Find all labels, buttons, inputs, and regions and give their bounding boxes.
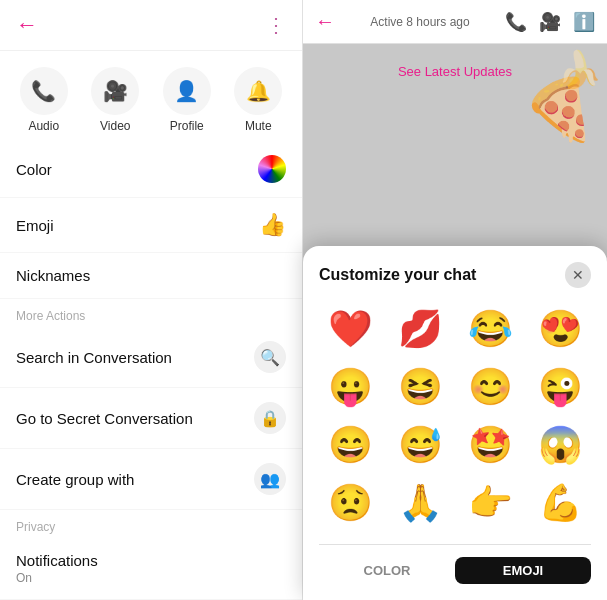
- notifications-item[interactable]: Notifications On: [0, 538, 302, 600]
- notifications-subtitle: On: [16, 571, 98, 585]
- emoji-muscle[interactable]: 💪: [529, 478, 591, 528]
- emoji-shocked[interactable]: 😱: [529, 420, 591, 470]
- search-conversation-title: Search in Conversation: [16, 349, 172, 366]
- profile-label: Profile: [170, 119, 204, 133]
- color-menu-item[interactable]: Color: [0, 141, 302, 198]
- emoji-heart[interactable]: ❤️: [319, 304, 381, 354]
- secret-conversation-title: Go to Secret Conversation: [16, 410, 193, 427]
- emoji-heart-eyes[interactable]: 😍: [529, 304, 591, 354]
- color-wheel-icon: [258, 155, 286, 183]
- create-group-item[interactable]: Create group with 👥: [0, 449, 302, 510]
- profile-icon: 👤: [163, 67, 211, 115]
- video-label: Video: [100, 119, 130, 133]
- thumbs-up-icon: 👍: [259, 212, 286, 238]
- emoji-grid: ❤️ 💋 😂 😍 😛 😆 😊 😜 😄 😅 🤩 😱 😟 🙏 👉 💪: [319, 304, 591, 528]
- emoji-tongue[interactable]: 😛: [319, 362, 381, 412]
- left-panel: ← ⋮ 📞 Audio 🎥 Video 👤 Profile 🔔 Mute Col…: [0, 0, 303, 600]
- right-panel: ← Active 8 hours ago 📞 🎥 ℹ️ 🍕 🥒 🍌 See La…: [303, 0, 607, 600]
- emoji-star-struck[interactable]: 🤩: [459, 420, 521, 470]
- emoji-smile[interactable]: 😊: [459, 362, 521, 412]
- mute-label: Mute: [245, 119, 272, 133]
- modal-tabs: COLOR EMOJI: [319, 544, 591, 584]
- color-title: Color: [16, 161, 52, 178]
- secret-conversation-item[interactable]: Go to Secret Conversation 🔒: [0, 388, 302, 449]
- modal-header: Customize your chat ✕: [319, 262, 591, 288]
- notifications-title: Notifications: [16, 552, 98, 569]
- audio-icon: 📞: [20, 67, 68, 115]
- emoji-lips[interactable]: 💋: [389, 304, 451, 354]
- more-options-button[interactable]: ⋮: [266, 13, 286, 37]
- emoji-title: Emoji: [16, 217, 54, 234]
- back-button[interactable]: ←: [16, 12, 38, 38]
- emoji-point[interactable]: 👉: [459, 478, 521, 528]
- mute-action[interactable]: 🔔 Mute: [234, 67, 282, 133]
- audio-label: Audio: [28, 119, 59, 133]
- video-action[interactable]: 🎥 Video: [91, 67, 139, 133]
- modal-close-button[interactable]: ✕: [565, 262, 591, 288]
- emoji-wink-tongue[interactable]: 😜: [529, 362, 591, 412]
- emoji-pray[interactable]: 🙏: [389, 478, 451, 528]
- create-group-title: Create group with: [16, 471, 134, 488]
- tab-emoji[interactable]: EMOJI: [455, 557, 591, 584]
- emoji-grin[interactable]: 😄: [319, 420, 381, 470]
- emoji-sweat[interactable]: 😅: [389, 420, 451, 470]
- action-icons-row: 📞 Audio 🎥 Video 👤 Profile 🔔 Mute: [0, 51, 302, 141]
- emoji-worried[interactable]: 😟: [319, 478, 381, 528]
- search-conversation-item[interactable]: Search in Conversation 🔍: [0, 327, 302, 388]
- modal-overlay: Customize your chat ✕ ❤️ 💋 😂 😍 😛 😆 😊 😜 😄…: [303, 0, 607, 600]
- notifications-text: Notifications On: [16, 552, 98, 585]
- modal-title: Customize your chat: [319, 266, 476, 284]
- emoji-laugh[interactable]: 😂: [459, 304, 521, 354]
- nicknames-menu-item[interactable]: Nicknames: [0, 253, 302, 299]
- search-icon: 🔍: [254, 341, 286, 373]
- emoji-menu-item[interactable]: Emoji 👍: [0, 198, 302, 253]
- group-icon: 👥: [254, 463, 286, 495]
- video-icon: 🎥: [91, 67, 139, 115]
- mute-icon: 🔔: [234, 67, 282, 115]
- lock-icon: 🔒: [254, 402, 286, 434]
- nicknames-title: Nicknames: [16, 267, 90, 284]
- privacy-section-header: Privacy: [0, 510, 302, 538]
- left-header: ← ⋮: [0, 0, 302, 51]
- emoji-squint[interactable]: 😆: [389, 362, 451, 412]
- profile-action[interactable]: 👤 Profile: [163, 67, 211, 133]
- customize-chat-modal: Customize your chat ✕ ❤️ 💋 😂 😍 😛 😆 😊 😜 😄…: [303, 246, 607, 600]
- audio-action[interactable]: 📞 Audio: [20, 67, 68, 133]
- tab-color[interactable]: COLOR: [319, 557, 455, 584]
- more-actions-section-header: More Actions: [0, 299, 302, 327]
